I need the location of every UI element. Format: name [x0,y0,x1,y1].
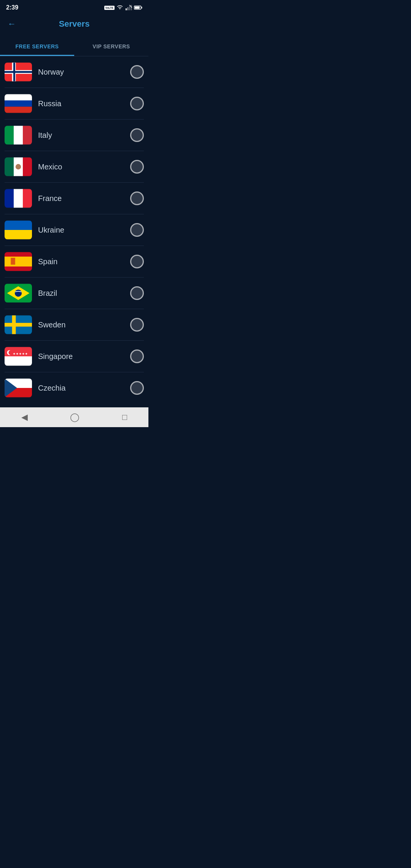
radio-brazil[interactable] [130,286,144,300]
svg-rect-15 [5,107,32,113]
country-name-france: France [38,194,130,203]
svg-rect-2 [129,6,130,10]
svg-rect-30 [5,252,32,256]
svg-rect-16 [5,126,14,144]
svg-rect-26 [5,220,32,230]
nav-home-icon[interactable]: ◯ [70,412,80,422]
tab-free-servers[interactable]: FREE SERVERS [0,38,74,56]
svg-rect-29 [5,257,32,266]
server-item-mexico[interactable]: Mexico [5,151,144,183]
svg-rect-0 [126,8,127,10]
server-list: Norway Russia Italy [0,56,148,404]
country-name-ukraine: Ukraine [38,226,130,235]
svg-rect-14 [5,101,32,107]
server-item-sweden[interactable]: Sweden [5,309,144,341]
status-icons: VoLTE [104,5,142,10]
battery-icon [134,5,142,10]
flag-russia [5,94,32,113]
server-item-italy[interactable]: Italy [5,120,144,151]
page-title: Servers [59,19,90,29]
svg-rect-27 [5,230,32,239]
country-name-italy: Italy [38,131,130,140]
radio-spain[interactable] [130,255,144,268]
radio-italy[interactable] [130,128,144,142]
svg-point-35 [15,290,22,297]
flag-singapore: ✦✦✦✦✦ [5,347,32,366]
status-bar: 2:39 VoLTE [0,0,148,14]
flag-spain [5,252,32,271]
svg-rect-21 [23,157,32,176]
wifi-icon [116,5,123,10]
flag-brazil [5,284,32,303]
svg-rect-19 [5,157,14,176]
server-item-ukraine[interactable]: Ukraine [5,214,144,246]
server-item-spain[interactable]: Spain [5,246,144,278]
server-item-brazil[interactable]: Brazil [5,278,144,309]
radio-russia[interactable] [130,97,144,110]
signal-icon [125,5,132,10]
svg-rect-7 [135,6,140,9]
nav-bar: ◀ ◯ □ [0,407,148,427]
server-item-france[interactable]: France [5,183,144,214]
server-item-czechia[interactable]: Czechia [5,372,144,404]
country-name-singapore: Singapore [38,352,130,361]
svg-rect-32 [11,258,15,265]
header: ← Servers [0,14,148,34]
svg-rect-25 [23,189,32,207]
radio-singapore[interactable] [130,349,144,363]
tab-bar: FREE SERVERS VIP SERVERS [0,38,148,56]
country-name-brazil: Brazil [38,289,130,298]
svg-rect-38 [5,323,32,327]
country-name-russia: Russia [38,99,130,108]
svg-rect-31 [5,266,32,271]
country-name-sweden: Sweden [38,321,130,329]
flag-ukraine [5,220,32,239]
radio-ukraine[interactable] [130,223,144,237]
flag-italy [5,126,32,145]
nav-back-icon[interactable]: ◀ [21,412,28,422]
country-name-czechia: Czechia [38,384,130,393]
radio-mexico[interactable] [130,160,144,174]
radio-france[interactable] [130,191,144,205]
radio-czechia[interactable] [130,381,144,395]
tab-vip-servers[interactable]: VIP SERVERS [74,38,148,56]
svg-text:✦✦✦✦✦: ✦✦✦✦✦ [13,352,28,356]
svg-rect-24 [14,189,23,207]
flag-sweden [5,315,32,334]
status-time: 2:39 [6,4,18,11]
nav-recents-icon[interactable]: □ [122,412,127,422]
svg-rect-18 [23,126,32,144]
svg-rect-1 [127,7,129,10]
radio-norway[interactable] [130,65,144,79]
volte-icon: VoLTE [104,6,115,10]
svg-rect-17 [14,126,23,144]
server-item-russia[interactable]: Russia [5,88,144,120]
svg-rect-6 [142,7,142,9]
server-item-norway[interactable]: Norway [5,56,144,88]
flag-czechia [5,378,32,397]
svg-rect-40 [5,356,32,366]
back-button[interactable]: ← [8,19,16,29]
flag-mexico [5,157,32,176]
country-name-mexico: Mexico [38,163,130,171]
svg-rect-13 [5,94,32,100]
server-item-singapore[interactable]: ✦✦✦✦✦ Singapore [5,341,144,372]
flag-france [5,189,32,208]
svg-point-22 [16,164,21,169]
country-name-spain: Spain [38,257,130,266]
flag-norway [5,62,32,81]
svg-rect-12 [5,71,32,73]
country-name-norway: Norway [38,68,130,77]
radio-sweden[interactable] [130,318,144,332]
svg-rect-23 [5,189,14,207]
